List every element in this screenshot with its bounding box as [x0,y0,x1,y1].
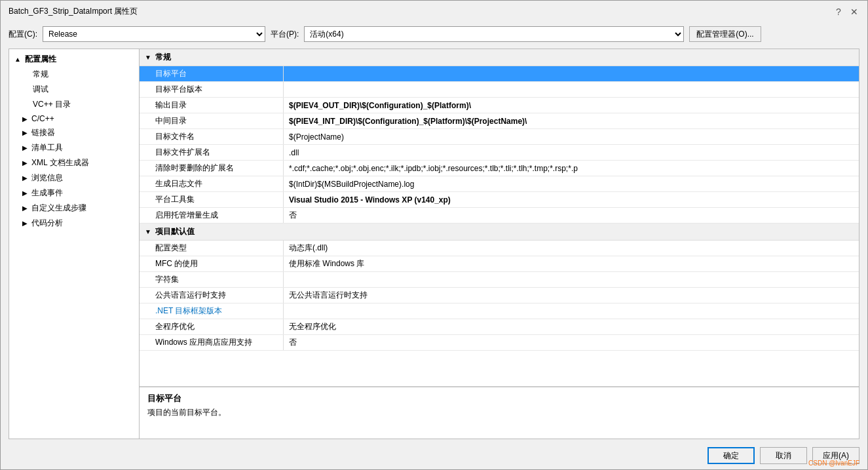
tree-label-0: 配置属性 [25,54,56,65]
dialog-window: Batch_GF3_Strip_DataImport 属性页 ? ✕ 配置(C)… [0,0,868,470]
prop-row-0-0[interactable]: 目标平台 [140,66,859,82]
prop-row-0-9[interactable]: 启用托管增量生成否 [140,208,859,224]
tree-item-3[interactable]: VC++ 目录 [9,97,139,112]
close-button[interactable]: ✕ [849,7,859,17]
property-grid: ▼常规目标平台目标平台版本输出目录$(PIEV4_OUT_DIR)\$(Conf… [140,49,859,386]
prop-row-1-5[interactable]: 全程序优化无全程序优化 [140,319,859,335]
tree-item-9[interactable]: ▶生成事件 [9,186,139,201]
help-button[interactable]: ? [833,7,844,17]
prop-value-0-8: Visual Studio 2015 - Windows XP (v140_xp… [284,192,859,207]
tree-item-6[interactable]: ▶清单工具 [9,140,139,155]
prop-value-0-4: $(ProjectName) [284,129,859,144]
tree-arrow-7: ▶ [22,159,28,166]
section-header-1[interactable]: ▼项目默认值 [140,224,859,241]
prop-value-0-6: *.cdf;*.cache;*.obj;*.obj.enc;*.ilk;*.ip… [284,161,859,176]
prop-value-0-1 [284,82,859,97]
prop-value-0-2: $(PIEV4_OUT_DIR)\$(Configuration)_$(Plat… [284,98,859,113]
prop-name-0-8: 平台工具集 [140,192,284,207]
prop-row-0-2[interactable]: 输出目录$(PIEV4_OUT_DIR)\$(Configuration)_$(… [140,98,859,113]
tree-item-10[interactable]: ▶自定义生成步骤 [9,201,139,216]
description-title: 目标平台 [147,393,851,404]
tree-label-6: 清单工具 [31,142,63,153]
prop-row-1-6[interactable]: Windows 应用商店应用支持否 [140,335,859,351]
tree-item-1[interactable]: 常规 [9,67,139,82]
prop-name-1-3: 公共语言运行时支持 [140,288,284,303]
tree-item-2[interactable]: 调试 [9,82,139,97]
prop-row-1-3[interactable]: 公共语言运行时支持无公共语言运行时支持 [140,288,859,304]
tree-label-7: XML 文档生成器 [31,157,89,168]
prop-value-0-3: $(PIEV4_INT_DIR)\$(Configuration)_$(Plat… [284,113,859,128]
description-panel: 目标平台 项目的当前目标平台。 [140,386,859,439]
tree-item-8[interactable]: ▶浏览信息 [9,170,139,186]
prop-value-1-0: 动态库(.dll) [284,241,859,256]
tree-arrow-5: ▶ [22,129,28,136]
tree-item-11[interactable]: ▶代码分析 [9,216,139,231]
section-title-1: 项目默认值 [155,226,195,237]
prop-name-0-4: 目标文件名 [140,129,284,144]
tree-label-4: C/C++ [31,114,54,123]
dialog-title: Batch_GF3_Strip_DataImport 属性页 [9,6,138,17]
prop-name-0-7: 生成日志文件 [140,176,284,191]
prop-value-1-6: 否 [284,335,859,350]
prop-value-1-3: 无公共语言运行时支持 [284,288,859,303]
ok-button[interactable]: 确定 [708,447,755,464]
config-manager-button[interactable]: 配置管理器(O)... [689,26,761,42]
tree-arrow-6: ▶ [22,144,28,151]
prop-name-1-6: Windows 应用商店应用支持 [140,335,284,350]
tree-label-8: 浏览信息 [31,172,63,184]
prop-row-1-0[interactable]: 配置类型动态库(.dll) [140,241,859,256]
prop-name-0-0: 目标平台 [140,66,284,81]
tree-item-4[interactable]: ▶C/C++ [9,112,139,125]
tree-item-5[interactable]: ▶链接器 [9,125,139,140]
tree-label-11: 代码分析 [31,218,63,229]
tree-panel: ▲配置属性常规调试VC++ 目录▶C/C++▶链接器▶清单工具▶XML 文档生成… [9,49,140,439]
main-content: ▲配置属性常规调试VC++ 目录▶C/C++▶链接器▶清单工具▶XML 文档生成… [1,46,867,442]
prop-value-0-5: .dll [284,145,859,160]
prop-row-0-5[interactable]: 目标文件扩展名.dll [140,145,859,161]
prop-row-0-6[interactable]: 清除时要删除的扩展名*.cdf;*.cache;*.obj;*.obj.enc;… [140,161,859,176]
cancel-button[interactable]: 取消 [760,447,807,464]
property-panel: ▼常规目标平台目标平台版本输出目录$(PIEV4_OUT_DIR)\$(Conf… [140,49,859,439]
tree-arrow-11: ▶ [22,220,28,227]
tree-label-3: VC++ 目录 [33,99,71,110]
config-label: 配置(C): [9,29,37,40]
prop-row-0-4[interactable]: 目标文件名$(ProjectName) [140,129,859,145]
toolbar: 配置(C): Release 平台(P): 活动(x64) 配置管理器(O)..… [1,22,867,46]
platform-select[interactable]: 活动(x64) [304,26,684,42]
tree-label-9: 生成事件 [31,187,63,199]
prop-value-0-9: 否 [284,208,859,223]
prop-name-1-5: 全程序优化 [140,319,284,334]
prop-row-0-1[interactable]: 目标平台版本 [140,82,859,98]
bottom-bar: 确定 取消 应用(A) [1,442,867,469]
description-text: 项目的当前目标平台。 [147,407,851,418]
tree-item-7[interactable]: ▶XML 文档生成器 [9,155,139,170]
prop-name-0-9: 启用托管增量生成 [140,208,284,223]
tree-label-2: 调试 [33,84,48,95]
tree-label-5: 链接器 [31,127,55,138]
prop-row-0-8[interactable]: 平台工具集Visual Studio 2015 - Windows XP (v1… [140,192,859,208]
tree-arrow-8: ▶ [22,174,28,182]
title-bar: Batch_GF3_Strip_DataImport 属性页 ? ✕ [1,1,867,22]
prop-row-1-4[interactable]: .NET 目标框架版本 [140,304,859,319]
prop-row-0-7[interactable]: 生成日志文件$(IntDir)$(MSBuildProjectName).log [140,176,859,192]
watermark: CSDN @IvanEJF [808,460,859,467]
prop-name-1-2: 字符集 [140,272,284,287]
section-header-0[interactable]: ▼常规 [140,49,859,66]
section-arrow-1: ▼ [145,228,151,235]
prop-name-1-1: MFC 的使用 [140,256,284,271]
section-title-0: 常规 [155,52,171,63]
prop-value-1-2 [284,272,859,287]
prop-row-1-2[interactable]: 字符集 [140,272,859,288]
prop-value-0-0 [284,66,859,81]
prop-value-1-4 [284,304,859,319]
config-select[interactable]: Release [43,26,265,42]
prop-value-1-1: 使用标准 Windows 库 [284,256,859,271]
prop-name-1-4: .NET 目标框架版本 [140,304,284,319]
section-arrow-0: ▼ [145,54,151,61]
prop-name-0-5: 目标文件扩展名 [140,145,284,160]
prop-name-0-3: 中间目录 [140,113,284,128]
tree-item-0[interactable]: ▲配置属性 [9,52,139,67]
prop-row-1-1[interactable]: MFC 的使用使用标准 Windows 库 [140,256,859,272]
prop-name-0-2: 输出目录 [140,98,284,113]
prop-row-0-3[interactable]: 中间目录$(PIEV4_INT_DIR)\$(Configuration)_$(… [140,113,859,129]
